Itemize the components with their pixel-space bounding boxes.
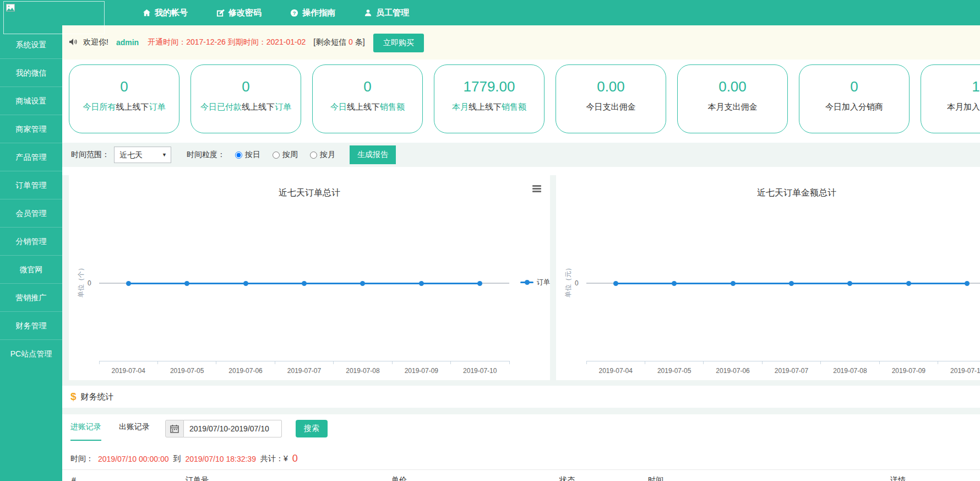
stat-value: 1 (921, 78, 980, 95)
sms-count: 0 (349, 37, 353, 46)
granularity-radio-group: 按日 按周 按月 (235, 150, 335, 160)
x-axis-tick (333, 361, 334, 364)
time-range-select[interactable]: 近七天 ▼ (114, 147, 171, 163)
data-point (302, 281, 307, 286)
nav-my-account[interactable]: 我的帐号 (128, 0, 202, 25)
top-bar: 我的帐号 修改密码 ? 操作指南 员工管理 (0, 0, 980, 25)
date-range-input[interactable] (184, 420, 282, 437)
nav-operation-guide[interactable]: ? 操作指南 (276, 0, 350, 25)
x-axis-tick (275, 361, 275, 364)
x-axis-tick (157, 361, 158, 364)
x-axis-tick (216, 361, 216, 364)
orders-chart: 近七天订单总计 单位（个） 0 2019-07-042019-07-052019… (69, 175, 550, 380)
welcome-bar: 欢迎你! admin 开通时间：2017-12-26 到期时间：2021-01-… (62, 25, 980, 60)
sidebar-item-merchant-mgmt[interactable]: 商家管理 (0, 115, 62, 143)
sidebar-item-distribution-mgmt[interactable]: 分销管理 (0, 227, 62, 255)
data-point (789, 281, 794, 286)
calendar-icon[interactable] (165, 420, 184, 437)
col-index: # (72, 475, 76, 481)
stat-value: 0 (69, 78, 179, 95)
col-order-no: 订单号 (186, 475, 209, 481)
staff-icon (364, 9, 372, 17)
report-filter-bar: 时间范围： 近七天 ▼ 时间粒度： 按日 按周 按月 生成报告 (62, 143, 980, 167)
radio-label: 按月 (320, 150, 335, 160)
x-axis-tick (392, 361, 393, 364)
y-axis-unit-label: 单位（个） (77, 264, 86, 298)
nav-staff-mgmt[interactable]: 员工管理 (350, 0, 423, 25)
finance-records-panel: 进账记录 出账记录 搜索 时间： 2019/07/10 00:00:00 到 2… (62, 414, 980, 481)
sidebar-item-product-mgmt[interactable]: 产品管理 (0, 143, 62, 171)
sidebar-item-mall-settings[interactable]: 商城设置 (0, 87, 62, 115)
buy-now-button[interactable]: 立即购买 (373, 34, 424, 52)
svg-text:?: ? (293, 10, 296, 16)
col-price: 单价 (391, 475, 407, 481)
section-divider (62, 408, 980, 414)
radio-by-day[interactable]: 按日 (235, 150, 260, 160)
sidebar-item-finance-mgmt[interactable]: 财务管理 (0, 311, 62, 339)
x-axis-tick (645, 361, 645, 364)
stats-section: 0 今日所有线上线下订单 0 今日已付款线上线下订单 0 今日线上线下销售额 1… (62, 60, 980, 143)
x-axis-tick (586, 361, 587, 364)
x-axis-tick (509, 361, 510, 364)
x-axis-tick (820, 361, 821, 364)
data-point (847, 281, 852, 286)
x-axis-tick-label: 2019-07-07 (762, 367, 820, 375)
radio-by-month-input[interactable] (310, 152, 317, 159)
sidebar-item-order-mgmt[interactable]: 订单管理 (0, 171, 62, 199)
x-axis-tick (703, 361, 704, 364)
sidebar-item-my-wechat[interactable]: 我的微信 (0, 58, 62, 87)
sidebar: 系统设置 我的微信 商城设置 商家管理 产品管理 订单管理 会员管理 分销管理 … (0, 0, 62, 481)
data-point (731, 281, 736, 286)
generate-report-button[interactable]: 生成报告 (350, 145, 396, 164)
logo[interactable] (3, 1, 105, 34)
sidebar-item-system-settings[interactable]: 系统设置 (0, 31, 62, 58)
sidebar-item-pc-site-mgmt[interactable]: PC站点管理 (0, 339, 62, 367)
account-period: 开通时间：2017-12-26 到期时间：2021-01-02 (148, 37, 306, 47)
time-range-value: 近七天 (119, 150, 143, 159)
x-axis-tick-label: 2019-07-08 (334, 367, 392, 375)
data-point (243, 281, 248, 286)
welcome-greeting: 欢迎你! (83, 37, 108, 47)
stat-value: 0.00 (678, 78, 787, 95)
total-label: 共计：¥ (260, 454, 288, 464)
sidebar-item-micro-site[interactable]: 微官网 (0, 255, 62, 283)
speaker-icon (69, 37, 78, 48)
sidebar-item-member-mgmt[interactable]: 会员管理 (0, 199, 62, 227)
radio-by-week-input[interactable] (273, 152, 280, 159)
y-axis-tick-label: 0 (575, 279, 579, 287)
nav-label: 员工管理 (376, 8, 409, 18)
radio-label: 按周 (282, 150, 298, 160)
charts-section: 近七天订单总计 单位（个） 0 2019-07-042019-07-052019… (62, 175, 980, 386)
sidebar-item-marketing[interactable]: 营销推广 (0, 283, 62, 311)
edit-password-icon (216, 9, 225, 17)
plot-area: 2019-07-042019-07-052019-07-062019-07-07… (99, 175, 509, 380)
legend-marker-icon (520, 280, 533, 285)
stat-value: 0 (313, 78, 422, 95)
stat-label: 本月线上线下销售额 (434, 102, 544, 112)
stat-value: 0.00 (556, 78, 666, 95)
home-icon (143, 9, 151, 17)
chart-toolbox-icon[interactable] (532, 185, 541, 193)
x-axis-tick-label: 2019-07-10 (451, 367, 509, 375)
radio-by-week[interactable]: 按周 (273, 150, 298, 160)
tab-expense-records[interactable]: 出账记录 (119, 422, 150, 440)
x-axis-tick-label: 2019-07-04 (99, 367, 157, 375)
nav-change-password[interactable]: 修改密码 (202, 0, 276, 25)
stat-label: 今日已付款线上线下订单 (191, 102, 301, 112)
stat-card-today-distributors: 0 今日加入分销商 (799, 64, 910, 133)
tab-income-records[interactable]: 进账记录 (70, 422, 101, 441)
radio-by-day-input[interactable] (235, 152, 242, 159)
sms-remaining: [剩余短信 0 条] (313, 37, 364, 47)
welcome-username: admin (116, 38, 139, 47)
search-button[interactable]: 搜索 (296, 420, 328, 437)
data-point (477, 281, 482, 286)
data-point (613, 281, 618, 286)
radio-by-month[interactable]: 按月 (310, 150, 335, 160)
legend-label: 订单 (537, 278, 550, 287)
data-point (965, 281, 970, 286)
legend-item-orders[interactable]: 订单 (520, 278, 550, 287)
x-axis-tick-label: 2019-07-09 (392, 367, 450, 375)
stat-label: 今日加入分销商 (799, 102, 909, 112)
x-axis-tick-label: 2019-07-07 (275, 367, 333, 375)
stat-card-month-commission: 0.00 本月支出佣金 (677, 64, 788, 133)
